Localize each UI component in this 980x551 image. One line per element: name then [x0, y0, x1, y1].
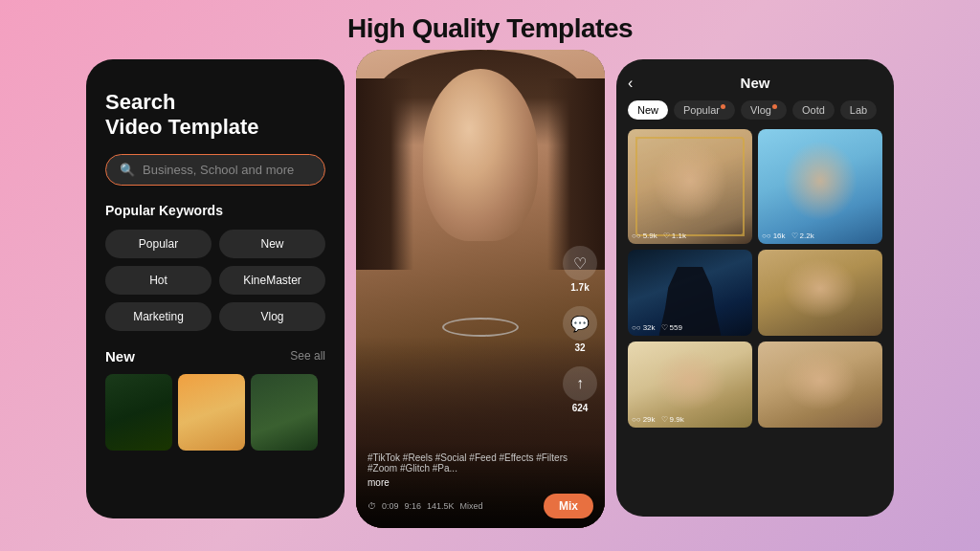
grid-meta-3: ○○ 32k ♡ 559 — [632, 323, 682, 332]
video-quality: Mixed — [460, 501, 483, 511]
clock-icon: ⏱ — [368, 501, 376, 511]
page-title: High Quality Templates — [347, 13, 633, 44]
likes-3: ♡ 559 — [661, 323, 682, 332]
video-sidebar: ♡ 1.7k 💬 32 ↑ 624 — [563, 246, 597, 413]
likes-5: ♡ 9.9k — [661, 415, 684, 424]
thumb-3[interactable] — [251, 374, 318, 451]
keyword-hot[interactable]: Hot — [105, 266, 212, 295]
thumb-1[interactable] — [105, 374, 172, 451]
tab-vlog[interactable]: Vlog — [741, 100, 787, 120]
hair-sides-right — [547, 78, 605, 270]
face-overlay-4 — [783, 258, 858, 319]
filter-tabs: New Popular Vlog Ootd Lab — [628, 100, 882, 120]
grid-item-5[interactable]: ○○ 29k ♡ 9.9k — [628, 342, 752, 428]
video-bottom: #TikTok #Reels #Social #Feed #Effects #F… — [356, 443, 605, 528]
phones-container: SearchVideo Template 🔍 Business, School … — [0, 59, 980, 528]
back-button[interactable]: ‹ — [628, 75, 633, 92]
see-all-link[interactable]: See all — [290, 349, 325, 363]
grid-meta-1: ○○ 5.9k ♡ 1.1k — [632, 231, 686, 240]
grid-item-1[interactable]: ○○ 5.9k ♡ 1.1k — [628, 129, 752, 244]
share-count: 624 — [572, 403, 589, 413]
chain — [442, 318, 519, 337]
mix-button[interactable]: Mix — [544, 494, 593, 518]
views-5: ○○ 29k — [632, 415, 656, 424]
grid-item-4[interactable] — [758, 250, 882, 336]
heart-action[interactable]: ♡ 1.7k — [563, 246, 597, 293]
face-highlight — [423, 69, 538, 241]
keyword-kinemaster[interactable]: KineMaster — [219, 266, 325, 295]
popular-dot — [721, 104, 725, 109]
tab-new[interactable]: New — [628, 100, 668, 120]
phone-video: ♡ 1.7k 💬 32 ↑ 624 #TikTok #Reels #Social… — [356, 50, 605, 528]
search-icon: 🔍 — [120, 163, 135, 177]
search-title: SearchVideo Template — [105, 90, 325, 141]
video-background: ♡ 1.7k 💬 32 ↑ 624 #TikTok #Reels #Social… — [356, 50, 605, 528]
share-action[interactable]: ↑ 624 — [563, 366, 597, 413]
keyword-new[interactable]: New — [219, 230, 325, 258]
phone3-page-title: New — [741, 75, 770, 91]
tab-popular[interactable]: Popular — [674, 100, 735, 120]
keyword-vlog[interactable]: Vlog — [219, 302, 325, 331]
tab-lab[interactable]: Lab — [840, 100, 877, 120]
views-3: ○○ 32k — [632, 323, 656, 332]
grid-item-2[interactable]: ○○ 16k ♡ 2.2k — [758, 129, 882, 244]
heart-count: 1.7k — [570, 282, 589, 293]
hashtags-text: #TikTok #Reels #Social #Feed #Effects #F… — [368, 452, 593, 474]
comment-icon: 💬 — [563, 306, 597, 341]
grid-item-3[interactable]: ○○ 32k ♡ 559 — [628, 250, 752, 336]
video-views: 141.5K — [427, 501, 455, 511]
face-overlay-6 — [783, 350, 858, 410]
video-resolution: 9:16 — [405, 501, 422, 511]
keyword-grid: Popular New Hot KineMaster Marketing Vlo… — [105, 230, 325, 331]
hair-sides-left — [356, 78, 413, 270]
comment-action[interactable]: 💬 32 — [563, 306, 597, 353]
new-section-header: New See all — [105, 348, 325, 364]
grid-item-6[interactable] — [758, 342, 882, 428]
keyword-popular[interactable]: Popular — [105, 230, 212, 258]
likes-1: ♡ 1.1k — [663, 231, 686, 240]
template-grid: ○○ 5.9k ♡ 1.1k ○○ 16k ♡ 2.2k ○○ 32k ♡ 55… — [628, 129, 882, 428]
video-meta: ⏱ 0:09 9:16 141.5K Mixed — [368, 501, 483, 511]
face-frame-1 — [635, 137, 745, 236]
search-box[interactable]: 🔍 Business, School and more — [105, 154, 325, 186]
heart-icon: ♡ — [563, 246, 597, 280]
tab-ootd[interactable]: Ootd — [792, 100, 835, 120]
comment-count: 32 — [574, 342, 585, 353]
keyword-marketing[interactable]: Marketing — [105, 302, 212, 331]
phone-search: SearchVideo Template 🔍 Business, School … — [86, 59, 345, 518]
video-duration: 0:09 — [382, 501, 399, 511]
grid-meta-2: ○○ 16k ♡ 2.2k — [762, 231, 814, 240]
face-overlay-5 — [653, 350, 727, 410]
popular-keywords-title: Popular Keywords — [105, 203, 325, 218]
search-placeholder-text: Business, School and more — [143, 163, 294, 177]
video-info-row: ⏱ 0:09 9:16 141.5K Mixed Mix — [368, 494, 593, 518]
likes-2: ♡ 2.2k — [791, 231, 814, 240]
thumbnail-row — [105, 374, 325, 451]
views-2: ○○ 16k — [762, 231, 786, 240]
grid-meta-5: ○○ 29k ♡ 9.9k — [632, 415, 684, 424]
thumb-2[interactable] — [178, 374, 245, 451]
more-text[interactable]: more — [368, 477, 593, 488]
vlog-dot — [772, 104, 777, 109]
new-section-label: New — [105, 348, 135, 364]
share-icon: ↑ — [563, 366, 597, 401]
phone3-header: ‹ New — [628, 75, 882, 91]
phone-templates: ‹ New New Popular Vlog Ootd Lab ○○ 5.9k … — [616, 59, 894, 517]
face-overlay-2 — [783, 141, 858, 221]
views-1: ○○ 5.9k — [632, 231, 657, 240]
